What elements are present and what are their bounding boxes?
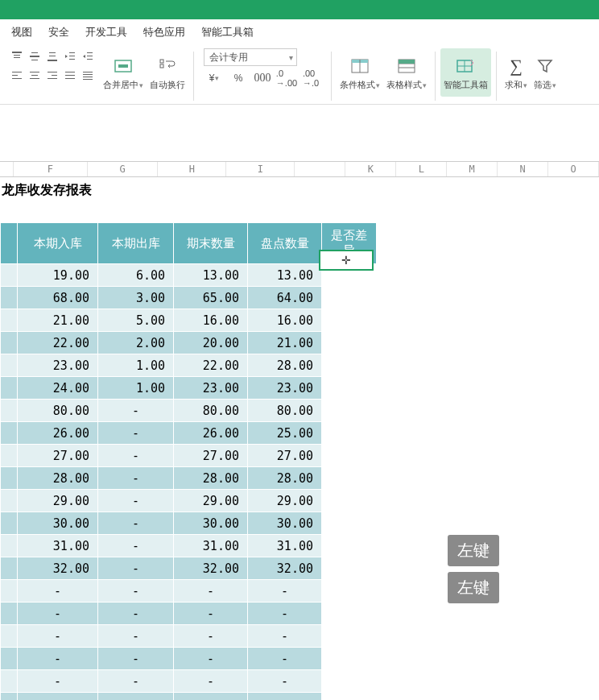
table-row[interactable]: 29.00-29.0029.00 [1,490,377,512]
dec-decimal-icon[interactable]: .00→.0 [300,69,321,87]
table-row[interactable]: ---- [1,580,377,603]
align-mid-icon[interactable] [27,48,42,64]
selected-cell[interactable]: ✛ [319,250,374,271]
table-row[interactable]: ---- [1,625,377,648]
colhdr-O[interactable]: O [548,162,599,176]
column-headers[interactable]: F G H I K L M N O [0,161,599,177]
svg-rect-23 [48,78,57,79]
cursor-icon: ✛ [341,254,351,267]
svg-rect-20 [30,78,39,79]
table-style-button[interactable]: 表格样式▾ [383,48,430,97]
table-row[interactable]: ---- [1,648,377,670]
menu-view[interactable]: 视图 [3,19,40,45]
align-left-icon[interactable] [10,68,24,84]
wrap-text-button[interactable]: 自动换行 [147,48,188,97]
svg-rect-15 [12,72,22,72]
align-dist-icon[interactable] [81,68,95,84]
menu-smartbox[interactable]: 智能工具箱 [193,19,262,45]
table-style-icon [397,57,416,75]
table-row[interactable]: 32.00-32.0032.00 [1,557,377,580]
table-row[interactable]: ---- [1,603,377,625]
svg-rect-19 [31,75,38,76]
ribbon: 合并居中▾ 自动换行 会计专用 ¥▾ % 000 .0→.00 .00→.0 条… [0,45,599,105]
align-bot-icon[interactable] [45,48,60,64]
colhdr-H[interactable]: H [158,162,226,176]
table-row[interactable]: 26.00-26.0025.00 [1,422,377,445]
svg-rect-11 [69,59,75,60]
menu-security[interactable]: 安全 [40,19,77,45]
svg-rect-28 [83,74,93,75]
align-center-icon[interactable] [27,68,42,84]
table-row[interactable]: 31.00-31.0031.00 [1,535,377,557]
currency-icon[interactable]: ¥▾ [204,69,225,87]
colhdr-L[interactable]: L [396,162,447,176]
colhdr-K[interactable]: K [345,162,396,176]
colhdr-F[interactable]: F [14,162,89,176]
svg-rect-30 [83,79,93,80]
svg-rect-22 [52,75,57,76]
data-table[interactable]: 本期入库 本期出库 期末数量 盘点数量 是否差异 19.006.0013.001… [0,222,377,700]
colhdr-I[interactable]: I [226,162,295,176]
table-row[interactable]: ---- [1,693,377,701]
callout-leftclick-1: 左键 [448,535,499,566]
svg-rect-9 [69,52,75,53]
percent-icon[interactable]: % [228,69,249,87]
svg-rect-2 [14,57,20,58]
svg-rect-33 [160,60,163,63]
callout-leftclick-2: 左键 [448,572,499,603]
merge-center-button[interactable]: 合并居中▾ [100,48,147,97]
inc-decimal-icon[interactable]: .0→.00 [276,69,297,87]
wrap-icon [158,57,177,75]
align-top-icon[interactable] [10,48,24,64]
table-row[interactable]: 30.00-30.0030.00 [1,512,377,535]
smart-toolbox-button[interactable]: 智能工具箱 [440,48,491,97]
table-row[interactable]: 22.002.0020.0021.00 [1,332,377,354]
sum-button[interactable]: ∑ 求和▾ [502,48,531,97]
cond-format-icon [350,57,370,75]
svg-rect-32 [118,64,128,68]
svg-rect-12 [87,52,93,53]
table-row[interactable]: ---- [1,670,377,693]
table-row[interactable]: 23.001.0022.0028.00 [1,354,377,377]
cond-format-button[interactable]: 条件格式▾ [337,48,383,97]
svg-rect-25 [65,75,75,76]
align-right-icon[interactable] [45,68,60,84]
svg-rect-26 [65,78,75,79]
colhdr-N[interactable]: N [498,162,548,176]
th-end: 期末数量 [174,223,248,264]
table-row[interactable]: 27.00-27.0027.00 [1,445,377,467]
merge-icon [114,57,133,75]
comma-icon[interactable]: 000 [252,69,273,87]
indent-inc-icon[interactable] [81,48,95,64]
menu-special[interactable]: 特色应用 [135,19,193,45]
svg-rect-41 [399,60,415,64]
svg-rect-34 [160,64,163,68]
align-justify-icon[interactable] [63,68,77,84]
svg-rect-29 [83,77,93,77]
menu-devtools[interactable]: 开发工具 [77,19,135,45]
sheet-title: 龙库收发存报表 [0,177,599,203]
number-format-combo[interactable]: 会计专用 [204,48,297,66]
table-row[interactable]: 68.003.0065.0064.00 [1,287,377,309]
svg-rect-3 [31,52,38,53]
th-partial [1,223,18,264]
table-row[interactable]: 24.001.0023.0023.00 [1,377,377,400]
table-row[interactable]: 28.00-28.0028.00 [1,467,377,490]
th-out: 本期出库 [98,223,174,264]
table-row[interactable]: 80.00-80.0080.00 [1,400,377,422]
svg-rect-5 [31,60,38,60]
table-row[interactable]: 21.005.0016.0016.00 [1,309,377,332]
svg-rect-21 [48,72,57,72]
colhdr-M[interactable]: M [447,162,498,176]
svg-rect-8 [48,60,57,61]
colhdr-G[interactable]: G [88,162,158,176]
align-group [5,48,100,104]
svg-rect-14 [87,59,93,60]
svg-rect-0 [12,52,22,53]
svg-rect-13 [87,56,93,56]
svg-rect-16 [12,75,18,76]
svg-rect-27 [83,72,93,72]
indent-dec-icon[interactable] [63,48,77,64]
th-in: 本期入库 [18,223,98,264]
filter-button[interactable]: 筛选▾ [531,48,560,97]
